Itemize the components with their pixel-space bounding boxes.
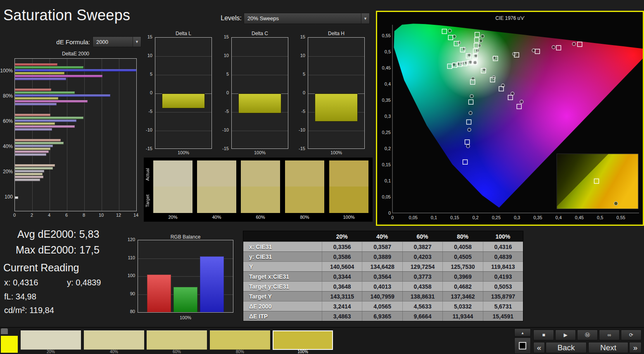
gridline (136, 59, 137, 211)
table-header-cell: 60% (402, 231, 442, 242)
table-cell: 0,4193 (483, 272, 523, 281)
table-row: Target Y143,3115140,7959138,8631137,3462… (243, 291, 523, 301)
avg-de2000-value: 5,83 (79, 228, 100, 240)
gridline (84, 59, 85, 211)
stop-button[interactable]: ■ (533, 330, 554, 340)
refresh-button[interactable]: ⟳ (621, 330, 642, 340)
table-cell: 0,4316 (483, 242, 523, 251)
strip-swatch-60%[interactable] (147, 330, 207, 350)
gridline (155, 131, 211, 131)
comparison-level-label: 100% (329, 215, 368, 220)
de-bar-magenta (15, 176, 43, 178)
table-cell: 9,6664 (402, 311, 442, 321)
target-swatch-80% (285, 187, 324, 213)
table-row: ΔE ITP3,48636,93659,666411,934415,4591 (243, 311, 523, 321)
measurement-marker (470, 95, 473, 98)
max-de2000-label: Max dE2000: (16, 244, 76, 256)
de-bar-blue (15, 170, 44, 172)
table-cell: 0,4505 (442, 252, 482, 261)
de-bar-green (15, 117, 83, 119)
table-cell: 15,4591 (483, 311, 523, 321)
current-fl-value: 34,98 (16, 292, 36, 301)
table-cell: 3,2414 (322, 301, 362, 311)
gridline (308, 56, 364, 57)
gridline (232, 131, 288, 131)
comparison-level-label: 20% (153, 215, 192, 220)
delta_c-title: Delta C (231, 31, 288, 36)
current-cd-label: cd/m²: (4, 306, 27, 315)
marker-button[interactable]: Ⓜ (577, 330, 598, 340)
de-bar-red (15, 114, 50, 116)
measurement-marker (479, 39, 482, 43)
table-cell: 140,5604 (322, 262, 362, 271)
back-button[interactable]: Back (546, 342, 587, 353)
delta_l-title: Delta L (155, 31, 212, 36)
table-row-label: Target Y (243, 292, 322, 301)
strip-swatch-40%[interactable] (84, 330, 144, 350)
table-cell: 4,0565 (362, 301, 402, 311)
loop-button[interactable]: ∞ (599, 330, 620, 340)
x-tick-label: 0,55 (616, 215, 625, 220)
x-tick-label: 4 (45, 213, 53, 218)
delta_l-bar (162, 93, 205, 108)
de-bar-green (15, 167, 53, 170)
strip-swatch-80%[interactable] (210, 330, 270, 350)
table-row: y: CIE310,35860,38890,42030,45050,4839 (243, 251, 523, 261)
y-tick-label: 10 (289, 53, 305, 58)
strip-swatch-20%[interactable] (21, 330, 81, 350)
table-row-label: x: CIE31 (243, 242, 322, 251)
current-y-label: y: (67, 278, 74, 287)
measurement-table: 20%40%60%80%100%x: CIE310,33560,35870,38… (243, 231, 523, 321)
actual-target-comparison-panel: Actual Target 20%40%60%80%100% (144, 158, 373, 222)
comparison-level-label: 60% (241, 215, 280, 220)
table-cell: 129,7254 (402, 262, 442, 271)
deltae-chart-plot (14, 58, 137, 211)
x-tick-label: 0,05 (409, 215, 418, 220)
table-row: x: CIE310,33560,35870,38270,40580,4316 (243, 242, 523, 251)
gridline (119, 59, 119, 211)
de-bar-red (15, 164, 55, 167)
table-row-label: Target y:CIE31 (243, 282, 322, 291)
y-tick-label: 90 (119, 291, 135, 296)
de-bar-magenta (15, 75, 102, 77)
play-button[interactable]: ▶ (555, 330, 576, 340)
target-swatch-20% (153, 187, 192, 213)
measurement-marker (511, 92, 514, 95)
table-row: ΔE 20003,24144,05654,56335,03325,6731 (243, 301, 523, 311)
eject-button[interactable]: ▴ (514, 328, 531, 337)
table-cell: 0,4358 (402, 282, 442, 291)
x-tick-label: 2 (28, 213, 36, 218)
back-chevron-icon[interactable]: « (533, 342, 545, 353)
next-button[interactable]: Next (588, 342, 628, 353)
gridline (155, 56, 211, 57)
actual-swatch-40% (197, 160, 236, 187)
gridline (67, 59, 67, 211)
levels-value: 20% Sweeps (247, 15, 279, 22)
strip-swatch-100%[interactable] (273, 330, 333, 350)
table-cell: 0,3773 (402, 272, 442, 281)
table-cell: 0,3827 (402, 242, 442, 251)
de-bar-magenta (15, 125, 75, 128)
y-tick-label: -15 (212, 146, 229, 151)
y-category-label: 20% (0, 169, 13, 175)
strip-swatch-label: 60% (147, 349, 207, 354)
next-chevron-icon[interactable]: » (629, 342, 642, 353)
table-cell: 11,9344 (442, 311, 482, 321)
rgb-balance-title: RGB Balance (138, 234, 233, 240)
stop-pattern-button[interactable] (514, 337, 531, 354)
inset-measurement-marker (614, 202, 618, 206)
table-cell: 0,5053 (483, 282, 523, 291)
x-tick-label: 0,3 (514, 215, 520, 220)
table-cell: 134,6428 (362, 262, 402, 271)
measurement-marker (468, 128, 471, 132)
y-tick-label: 0,1 (385, 178, 391, 183)
strip-swatch-label: 40% (84, 349, 144, 354)
cie-chart-panel[interactable]: CIE 1976 u'v' 00,050,10,150,20,250,30,35… (376, 11, 644, 226)
y-tick-label: -10 (289, 127, 305, 132)
levels-dropdown[interactable]: 20% Sweeps ▼ (244, 13, 370, 24)
current-x-label: x: (4, 278, 11, 287)
table-header-cell: 20% (322, 231, 362, 242)
y-tick-label: 0,55 (382, 33, 391, 38)
y-tick-label: 120 (119, 237, 135, 242)
de-formula-dropdown[interactable]: 2000 ▼ (93, 36, 141, 47)
